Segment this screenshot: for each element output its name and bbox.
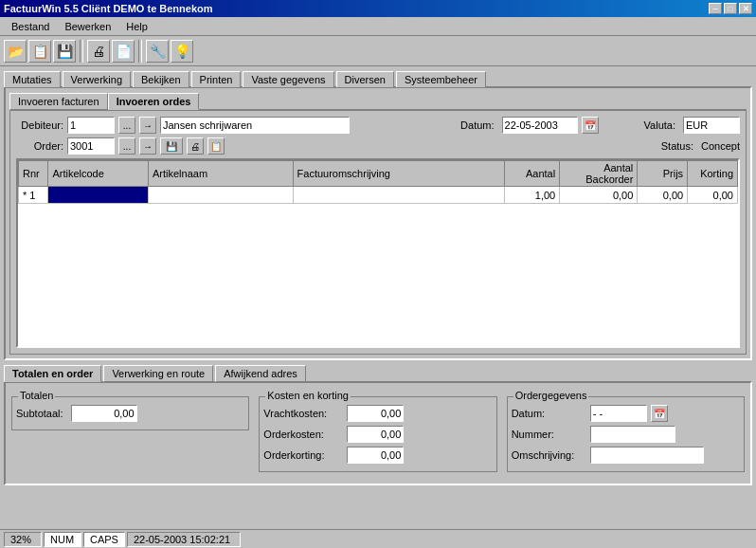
order-btn4[interactable]: 🖨 [187, 137, 204, 155]
og-omschrijving-label: Omschrijving: [512, 449, 583, 461]
menu-bestand[interactable]: Bestand [4, 19, 57, 34]
print2-icon: 📄 [116, 44, 132, 59]
calc-icon: 🔧 [150, 44, 166, 59]
order-btn3[interactable]: 💾 [160, 137, 183, 155]
cell-aantal: 1,00 [504, 187, 560, 204]
bottom-content: Totalen Subtotaal: Kosten en korting Vra… [4, 381, 752, 485]
og-datum-input[interactable] [590, 405, 647, 422]
tab-systeembeheer[interactable]: Systeembeheer [396, 71, 486, 87]
order-grid: Rnr Artikelcode Artikelnaam Factuuromsch… [16, 158, 740, 348]
debiteur-label: Debiteur: [16, 119, 63, 131]
info-icon: 💡 [174, 44, 190, 59]
minimize-button[interactable]: ─ [709, 3, 722, 14]
main-tabs-container: Mutaties Verwerking Bekijken Printen Vas… [0, 66, 756, 86]
debiteur-name-input[interactable] [160, 117, 350, 134]
sub-tab-invoeren-facturen[interactable]: Invoeren facturen [9, 93, 108, 110]
tab-verwerking[interactable]: Verwerking [63, 71, 131, 87]
info-button[interactable]: 💡 [171, 40, 193, 63]
orderkorting-label: Orderkorting: [263, 449, 339, 461]
subtotaal-label: Subtotaal: [16, 408, 63, 419]
og-nummer-label: Nummer: [512, 429, 583, 440]
col-aantal: Aantal [504, 161, 560, 187]
col-rnr: Rnr [19, 161, 48, 187]
cell-korting: 0,00 [688, 187, 738, 204]
og-nummer-input[interactable] [590, 426, 675, 443]
sub-tab-invoeren-ordes[interactable]: Invoeren ordes [108, 93, 200, 110]
bottom-tabs-container: Totalen en order Verwerking en route Afw… [4, 364, 752, 381]
bottom-tabs: Totalen en order Verwerking en route Afw… [4, 364, 752, 381]
subtotaal-input[interactable] [71, 405, 137, 422]
cell-artikelnaam [148, 187, 293, 204]
status-value: Concept [701, 140, 740, 152]
col-aantal-backorder: Aantal Backorder [560, 161, 638, 187]
close-button[interactable]: ✕ [739, 3, 752, 14]
maximize-button[interactable]: □ [724, 3, 737, 14]
order-label: Order: [16, 140, 63, 152]
og-datum-row: Datum: 📅 [512, 405, 740, 422]
bottom-tab-verwerking[interactable]: Verwerking en route [103, 365, 213, 382]
calc-button[interactable]: 🔧 [146, 40, 169, 63]
order-row: Order: ... → 💾 🖨 📋 Status: Concept [16, 137, 740, 155]
bottom-columns: Totalen Subtotaal: Kosten en korting Vra… [11, 389, 745, 472]
save-icon: 💾 [57, 44, 73, 59]
order-table: Rnr Artikelcode Artikelnaam Factuuromsch… [18, 160, 738, 204]
og-nummer-row: Nummer: [512, 426, 740, 443]
col-prijs: Prijs [638, 161, 688, 187]
orderkorting-input[interactable] [347, 447, 404, 464]
ordergegevens-col: Ordergegevens Datum: 📅 Nummer: Omschrijv… [507, 389, 745, 472]
main-content: Invoeren facturen Invoeren ordes Debiteu… [4, 86, 752, 360]
order-btn5[interactable]: 📋 [207, 137, 225, 155]
tab-printen[interactable]: Printen [191, 71, 242, 87]
og-datum-label: Datum: [512, 408, 583, 419]
open-folder-button[interactable]: 📂 [4, 40, 27, 63]
print1-button[interactable]: 🖨 [87, 40, 110, 63]
tab-vaste-gegevens[interactable]: Vaste gegevens [243, 71, 333, 87]
og-omschrijving-input[interactable] [590, 447, 704, 464]
tab-bekijken[interactable]: Bekijken [133, 71, 189, 87]
kosten-col: Kosten en korting Vrachtkosten: Orderkos… [259, 389, 496, 472]
menu-bewerken[interactable]: Bewerken [57, 19, 118, 34]
datum-label: Datum: [460, 119, 494, 131]
cell-artikelcode[interactable] [48, 187, 149, 204]
copy-button[interactable]: 📋 [28, 40, 51, 63]
debiteur-row: Debiteur: ... → Datum: 📅 Valuta: [16, 117, 740, 134]
save-button[interactable]: 💾 [53, 40, 76, 63]
tab-diversen[interactable]: Diversen [336, 71, 394, 87]
order-btn2[interactable]: → [139, 137, 156, 155]
cell-prijs: 0,00 [638, 187, 688, 204]
col-artikelcode: Artikelcode [48, 161, 149, 187]
cell-aantal-backorder: 0,00 [560, 187, 638, 204]
print2-button[interactable]: 📄 [112, 40, 135, 63]
main-tabs: Mutaties Verwerking Bekijken Printen Vas… [4, 70, 752, 86]
orderkosten-input[interactable] [347, 426, 404, 443]
table-row[interactable]: * 1 1,00 0,00 0,00 0,00 [19, 187, 738, 204]
debiteur-btn2[interactable]: → [139, 117, 156, 134]
menu-help[interactable]: Help [118, 19, 155, 34]
debiteur-btn1[interactable]: ... [118, 117, 135, 134]
kosten-group-label: Kosten en korting [265, 390, 351, 401]
debiteur-input[interactable] [67, 117, 115, 134]
datetime-panel: 22-05-2003 15:02:21 [127, 532, 241, 547]
order-input[interactable] [67, 137, 115, 155]
og-omschrijving-row: Omschrijving: [512, 447, 740, 464]
num-indicator: NUM [50, 534, 74, 545]
datum-input[interactable] [502, 117, 578, 134]
vrachtkosten-input[interactable] [347, 405, 404, 422]
datum-calendar-btn[interactable]: 📅 [582, 117, 599, 134]
caps-panel: CAPS [83, 532, 125, 547]
toolbar-separator-2 [138, 40, 142, 63]
bottom-tab-afwijkend[interactable]: Afwijkend adres [215, 365, 306, 382]
ordergegevens-group: Ordergegevens Datum: 📅 Nummer: Omschrijv… [507, 396, 745, 472]
sub-content: Debiteur: ... → Datum: 📅 Valuta: Order: … [9, 109, 747, 355]
zoom-value: 32% [10, 534, 31, 545]
cell-rnr: * 1 [19, 187, 48, 204]
bottom-tab-totalen[interactable]: Totalen en order [4, 365, 101, 382]
order-btn1[interactable]: ... [118, 137, 135, 155]
valuta-input[interactable] [683, 117, 740, 134]
print1-icon: 🖨 [92, 44, 105, 59]
subtotaal-row: Subtotaal: [16, 405, 244, 422]
tab-mutaties[interactable]: Mutaties [4, 71, 61, 87]
copy-icon: 📋 [32, 44, 48, 59]
vrachtkosten-label: Vrachtkosten: [263, 408, 339, 419]
og-datum-calendar-btn[interactable]: 📅 [651, 405, 668, 422]
